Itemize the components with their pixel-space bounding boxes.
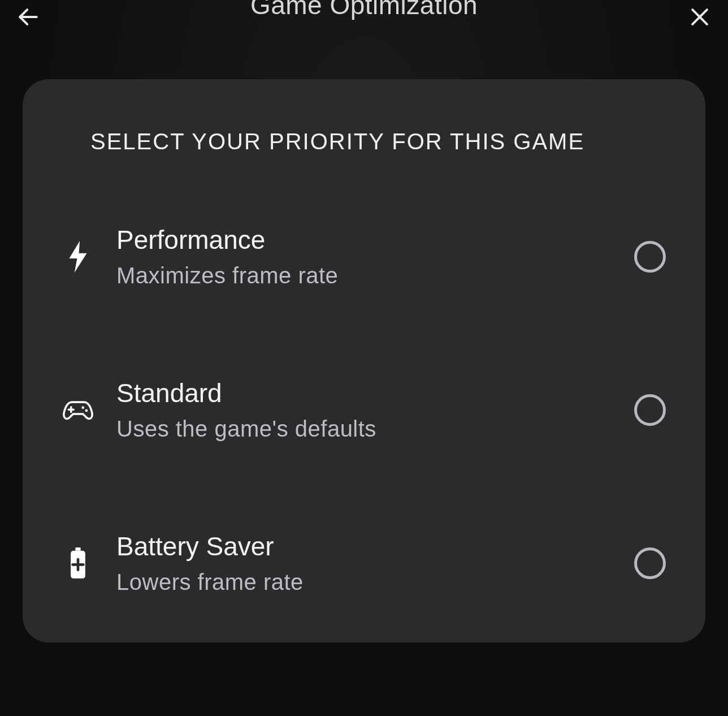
- radio-battery-saver[interactable]: [634, 547, 666, 579]
- option-title: Performance: [116, 225, 612, 255]
- screen: Game Optimization SELECT YOUR PRIORITY F…: [0, 0, 728, 716]
- option-performance[interactable]: Performance Maximizes frame rate: [62, 211, 666, 302]
- arrow-left-icon: [16, 5, 41, 29]
- top-bar: Game Optimization: [0, 0, 728, 34]
- option-subtitle: Lowers frame rate: [116, 570, 612, 595]
- svg-point-7: [85, 409, 88, 412]
- option-battery-saver[interactable]: Battery Saver Lowers frame rate: [62, 517, 666, 609]
- svg-rect-8: [75, 547, 80, 551]
- option-title: Standard: [116, 378, 612, 408]
- page-title: Game Optimization: [45, 0, 683, 18]
- radio-standard[interactable]: [634, 394, 666, 426]
- close-icon: [687, 5, 712, 29]
- bolt-icon: [62, 241, 94, 273]
- option-subtitle: Maximizes frame rate: [116, 263, 612, 288]
- option-texts: Battery Saver Lowers frame rate: [116, 531, 612, 595]
- priority-card: SELECT YOUR PRIORITY FOR THIS GAME Perfo…: [23, 79, 705, 642]
- battery-plus-icon: [62, 547, 94, 579]
- close-button[interactable]: [683, 0, 717, 34]
- back-button[interactable]: [11, 0, 45, 34]
- svg-marker-3: [69, 241, 86, 273]
- card-heading: SELECT YOUR PRIORITY FOR THIS GAME: [90, 129, 655, 154]
- option-subtitle: Uses the game's defaults: [116, 416, 612, 442]
- svg-point-6: [81, 406, 84, 409]
- option-texts: Performance Maximizes frame rate: [116, 225, 612, 288]
- gamepad-icon: [62, 394, 94, 426]
- option-texts: Standard Uses the game's defaults: [116, 378, 612, 442]
- option-title: Battery Saver: [116, 531, 612, 562]
- option-standard[interactable]: Standard Uses the game's defaults: [62, 364, 666, 455]
- radio-performance[interactable]: [634, 241, 666, 273]
